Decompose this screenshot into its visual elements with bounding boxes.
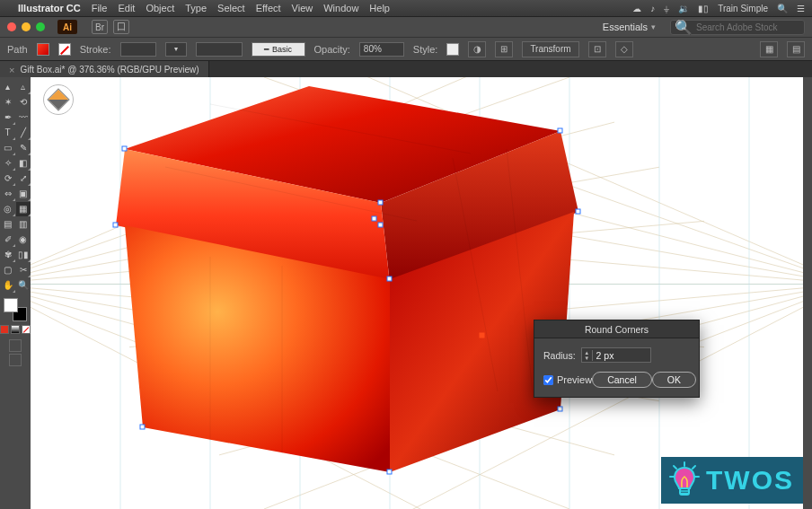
stroke-label: Stroke:: [80, 44, 111, 55]
width-tool[interactable]: ⇔: [1, 187, 15, 201]
radius-stepper[interactable]: ▲▼: [581, 347, 651, 363]
lasso-tool[interactable]: ⟲: [16, 95, 31, 110]
music-icon[interactable]: ♪: [650, 4, 655, 13]
cloud-icon[interactable]: ☁: [632, 4, 641, 13]
fill-stroke-control[interactable]: [4, 298, 27, 321]
wifi-icon[interactable]: ⏚: [664, 4, 669, 13]
stroke-swatch[interactable]: [58, 43, 71, 56]
menu-object[interactable]: Object: [146, 3, 174, 13]
menu-window[interactable]: Window: [323, 3, 358, 13]
window-close-button[interactable]: [7, 22, 16, 31]
menu-help[interactable]: Help: [369, 3, 390, 13]
graphic-style-swatch[interactable]: [446, 43, 459, 56]
menubar-status-area: ☁ ♪ ⏚ 🔉 ▮▯ Train Simple 🔍 ☰: [632, 4, 805, 13]
stock-search-input[interactable]: [696, 22, 800, 32]
menubar-user[interactable]: Train Simple: [718, 4, 768, 13]
pen-tool[interactable]: ✒: [1, 110, 15, 125]
rectangle-tool[interactable]: ▭: [1, 141, 15, 155]
color-mode-solid[interactable]: [0, 325, 9, 334]
eraser-tool[interactable]: ◧: [16, 156, 31, 171]
lightbulb-icon: [666, 461, 702, 500]
color-mode-none[interactable]: [22, 325, 31, 334]
notifications-icon[interactable]: ☰: [797, 4, 805, 13]
brush-basic[interactable]: ━Basic: [252, 42, 305, 57]
selection-tool[interactable]: ▴: [1, 80, 15, 94]
menu-select[interactable]: Select: [217, 3, 245, 13]
shape-builder-tool[interactable]: ◎: [1, 202, 15, 216]
curvature-tool[interactable]: 〰: [16, 110, 31, 125]
opacity-input[interactable]: 80%: [359, 42, 404, 57]
slice-tool[interactable]: ✂: [16, 263, 31, 277]
adobe-stock-search[interactable]: 🔍: [670, 20, 805, 35]
svg-rect-45: [113, 223, 118, 227]
perspective-grid-tool[interactable]: ▦: [16, 202, 31, 216]
transform-panel-button[interactable]: Transform: [522, 41, 578, 57]
direct-selection-tool[interactable]: ▵: [16, 80, 31, 94]
isolate-icon[interactable]: ⊡: [588, 41, 606, 57]
cancel-button[interactable]: Cancel: [592, 372, 652, 388]
shaper-tool[interactable]: ✧: [1, 156, 15, 171]
document-tab[interactable]: × Gift Box.ai* @ 376.36% (RGB/GPU Previe…: [0, 61, 209, 78]
column-graph-tool[interactable]: ▯▮: [16, 248, 31, 262]
recolor-icon[interactable]: ◑: [468, 41, 486, 57]
color-mode-gradient[interactable]: [11, 325, 20, 334]
shape-icon[interactable]: ◇: [615, 41, 633, 57]
menu-file[interactable]: File: [92, 3, 108, 13]
stroke-weight-input[interactable]: [120, 42, 156, 57]
draw-mode-normal[interactable]: [9, 339, 22, 352]
scale-tool[interactable]: ⤢: [16, 171, 31, 186]
document-tab-bar: × Gift Box.ai* @ 376.36% (RGB/GPU Previe…: [0, 60, 812, 78]
workspace-switcher[interactable]: Essentials: [603, 22, 656, 32]
free-transform-tool[interactable]: ▣: [16, 187, 31, 201]
battery-icon[interactable]: ▮▯: [698, 4, 709, 13]
preview-checkbox-row[interactable]: Preview: [543, 374, 592, 385]
volume-icon[interactable]: 🔉: [678, 4, 689, 13]
stepper-down-icon[interactable]: ▼: [582, 355, 592, 361]
radius-input[interactable]: [593, 350, 650, 361]
eyedropper-tool[interactable]: ✐: [1, 233, 15, 247]
document-tab-title: Gift Box.ai* @ 376.36% (RGB/GPU Preview): [20, 65, 199, 75]
preview-checkbox[interactable]: [543, 375, 553, 385]
window-minimize-button[interactable]: [22, 22, 31, 31]
mesh-tool[interactable]: ▤: [1, 217, 15, 232]
paintbrush-tool[interactable]: ✎: [16, 141, 31, 155]
fill-color[interactable]: [4, 298, 18, 312]
workspace-label: Essentials: [603, 22, 648, 32]
type-tool[interactable]: T: [1, 126, 15, 140]
variable-width-dropdown[interactable]: ▾: [165, 42, 187, 57]
rotate-tool[interactable]: ⟳: [1, 171, 15, 186]
align-icon[interactable]: ⊞: [495, 41, 513, 57]
artboard-tool[interactable]: ▢: [1, 263, 15, 277]
arrange-docs-icon[interactable]: ▦: [760, 41, 778, 57]
document-canvas[interactable]: Round Corners Radius: ▲▼ Preview Cancel …: [31, 77, 803, 509]
bridge-icon[interactable]: Br: [92, 20, 108, 34]
gradient-tool[interactable]: ▥: [16, 217, 31, 232]
hand-tool[interactable]: ✋: [1, 278, 15, 293]
stock-icon[interactable]: 囗: [113, 20, 129, 34]
menu-type[interactable]: Type: [185, 3, 207, 13]
gift-box-art[interactable]: [75, 77, 614, 508]
menu-view[interactable]: View: [292, 3, 313, 13]
symbol-sprayer-tool[interactable]: ✾: [1, 248, 15, 262]
svg-rect-52: [372, 216, 376, 221]
workspace: ▴▵ ✶⟲ ✒〰 T╱ ▭✎ ✧◧ ⟳⤢ ⇔▣ ◎▦ ▤▥ ✐◉ ✾▯▮ ▢✂ …: [0, 77, 812, 509]
svg-line-56: [693, 466, 695, 469]
blend-tool[interactable]: ◉: [16, 233, 31, 247]
ok-button[interactable]: OK: [652, 372, 696, 388]
perspective-plane-widget[interactable]: [43, 84, 74, 115]
zoom-tool[interactable]: 🔍: [16, 278, 31, 293]
panel-options-icon[interactable]: ▤: [787, 41, 805, 57]
collapsed-right-panels[interactable]: [803, 77, 812, 509]
tab-close-icon[interactable]: ×: [9, 65, 14, 75]
menu-effect[interactable]: Effect: [256, 3, 281, 13]
svg-rect-48: [387, 470, 392, 474]
window-zoom-button[interactable]: [36, 22, 45, 31]
fill-swatch[interactable]: [37, 43, 49, 56]
screen-mode[interactable]: [9, 354, 22, 366]
spotlight-icon[interactable]: 🔍: [777, 4, 788, 13]
magic-wand-tool[interactable]: ✶: [1, 95, 15, 110]
menu-edit[interactable]: Edit: [118, 3, 135, 13]
line-tool[interactable]: ╱: [16, 126, 31, 140]
app-menu[interactable]: Illustrator CC: [18, 3, 81, 13]
brush-definition-dropdown[interactable]: [196, 42, 243, 57]
